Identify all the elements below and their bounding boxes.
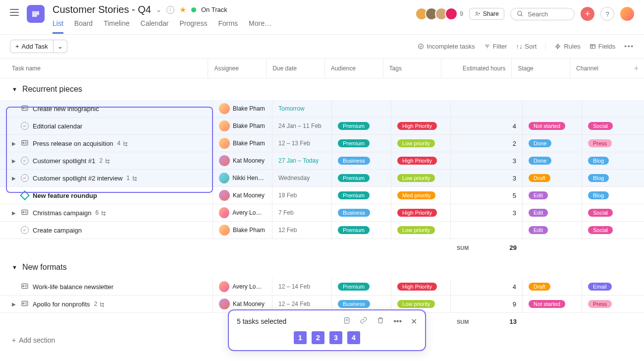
assignee-avatar[interactable] bbox=[219, 103, 230, 114]
column-task-name[interactable]: Task name bbox=[0, 59, 208, 78]
pill-email[interactable]: Email bbox=[588, 283, 612, 291]
column-stage[interactable]: Stage bbox=[512, 59, 570, 78]
pill-lp[interactable]: Low priority bbox=[397, 139, 435, 147]
more-icon[interactable]: ••• bbox=[624, 43, 634, 50]
pill-hp[interactable]: High Priority bbox=[397, 283, 437, 291]
add-task-button[interactable]: + Add Task bbox=[10, 40, 54, 53]
expand-icon[interactable]: ▶ bbox=[12, 210, 17, 216]
task-row[interactable]: ▶Customer spotlight #2 interview1 Nikki … bbox=[0, 170, 644, 187]
task-row[interactable]: ▶Press release on acquisition4 Blake Pha… bbox=[0, 135, 644, 152]
pill-lp[interactable]: Low priority bbox=[397, 300, 435, 308]
info-icon[interactable]: i bbox=[166, 6, 174, 14]
tab-list[interactable]: List bbox=[53, 19, 63, 34]
due-date[interactable]: 12 Feb bbox=[278, 227, 297, 234]
task-row[interactable]: New feature roundupKat Mooney19 FebPremi… bbox=[0, 187, 644, 204]
assignee-avatar[interactable] bbox=[219, 281, 229, 292]
pill-draft[interactable]: Draft bbox=[529, 283, 550, 291]
due-date[interactable]: 12 – 13 Feb bbox=[278, 140, 310, 147]
fields-button[interactable]: Fields bbox=[590, 43, 616, 50]
task-row[interactable]: Create campaignBlake Pham12 FebPremiumLo… bbox=[0, 222, 644, 239]
rules-button[interactable]: Rules bbox=[555, 43, 580, 50]
task-row[interactable]: ▶Christmas campaign6 Avery Lomax7 FebBus… bbox=[0, 204, 644, 222]
assignee-avatar[interactable] bbox=[219, 155, 230, 166]
pill-hp[interactable]: High Priority bbox=[397, 157, 437, 165]
hours-value[interactable]: 4 bbox=[513, 122, 516, 130]
hours-value[interactable]: 3 bbox=[513, 157, 516, 165]
pill-blog[interactable]: Blog bbox=[588, 157, 609, 165]
approval-icon[interactable] bbox=[21, 104, 29, 114]
pill-hp[interactable]: High Priority bbox=[397, 122, 437, 130]
assignee-avatar[interactable] bbox=[219, 120, 230, 131]
due-date[interactable]: 24 Jan – 11 Feb bbox=[278, 122, 322, 129]
pill-edit[interactable]: Edit bbox=[529, 209, 548, 217]
hours-value[interactable]: 3 bbox=[513, 175, 516, 182]
tab-more[interactable]: More… bbox=[249, 19, 271, 34]
pill-lp[interactable]: Low priority bbox=[397, 174, 435, 182]
check-icon[interactable] bbox=[21, 226, 29, 234]
due-date[interactable]: 27 Jan – Today bbox=[278, 157, 319, 164]
task-row[interactable]: Work-life balance newsletterAvery Lomax1… bbox=[0, 278, 644, 296]
hours-value[interactable]: 2 bbox=[513, 140, 516, 147]
column-audience[interactable]: Audience bbox=[325, 59, 383, 78]
pill-done[interactable]: Done bbox=[529, 139, 551, 147]
pill-premium[interactable]: Premium bbox=[338, 283, 370, 291]
due-date[interactable]: 12 – 24 Feb bbox=[278, 301, 310, 307]
menu-toggle[interactable] bbox=[10, 9, 19, 16]
selection-step[interactable]: 2 bbox=[312, 331, 324, 344]
user-avatar[interactable] bbox=[620, 7, 634, 21]
pill-premium[interactable]: Premium bbox=[338, 139, 370, 147]
star-icon[interactable]: ★ bbox=[179, 5, 186, 14]
task-row[interactable]: Create new infographicBlake PhamTomorrow bbox=[0, 100, 644, 118]
hours-value[interactable]: 9 bbox=[513, 301, 516, 308]
selection-step[interactable]: 4 bbox=[347, 331, 360, 344]
expand-icon[interactable]: ▶ bbox=[12, 158, 17, 164]
tab-calendar[interactable]: Calendar bbox=[141, 19, 169, 34]
add-task-dropdown[interactable]: ⌄ bbox=[54, 40, 67, 53]
approval-icon[interactable] bbox=[21, 139, 29, 148]
pill-press[interactable]: Press bbox=[588, 300, 612, 308]
pill-press[interactable]: Press bbox=[588, 139, 612, 147]
pill-social[interactable]: Social bbox=[588, 122, 613, 130]
pill-premium[interactable]: Premium bbox=[338, 122, 370, 130]
column-channel[interactable]: Channel bbox=[570, 59, 629, 78]
pill-business[interactable]: Business bbox=[338, 300, 370, 308]
pill-mp[interactable]: Med priority bbox=[397, 191, 435, 199]
member-avatars[interactable]: 9 bbox=[418, 7, 463, 20]
tab-progress[interactable]: Progress bbox=[179, 19, 207, 34]
expand-icon[interactable]: ▶ bbox=[12, 301, 17, 307]
pill-premium[interactable]: Premium bbox=[338, 191, 370, 199]
pill-edit[interactable]: Edit bbox=[529, 191, 548, 199]
hours-value[interactable]: 4 bbox=[513, 283, 516, 291]
column-assignee[interactable]: Assignee bbox=[208, 59, 267, 78]
section-header[interactable]: ▼New formats bbox=[0, 256, 644, 278]
task-row[interactable]: Editorial calendarBlake Pham24 Jan – 11 … bbox=[0, 118, 644, 135]
filter-button[interactable]: Filter bbox=[484, 43, 507, 50]
pill-ns[interactable]: Not started bbox=[529, 300, 565, 308]
milestone-icon[interactable] bbox=[20, 190, 30, 200]
global-add-button[interactable]: + bbox=[581, 7, 594, 21]
assignee-avatar[interactable] bbox=[219, 190, 230, 201]
tab-timeline[interactable]: Timeline bbox=[104, 19, 129, 34]
pill-business[interactable]: Business bbox=[338, 209, 370, 217]
due-date[interactable]: Tomorrow bbox=[278, 105, 305, 112]
check-icon[interactable] bbox=[21, 157, 29, 165]
check-icon[interactable] bbox=[21, 174, 29, 182]
approval-icon[interactable] bbox=[21, 282, 29, 292]
assignee-avatar[interactable] bbox=[219, 225, 230, 236]
sort-button[interactable]: ↑↓ Sort bbox=[516, 43, 537, 50]
assignee-avatar[interactable] bbox=[219, 299, 230, 309]
pill-hp[interactable]: High Priority bbox=[397, 209, 437, 217]
column-tags[interactable]: Tags bbox=[383, 59, 442, 78]
expand-icon[interactable]: ▶ bbox=[12, 141, 17, 146]
approval-icon[interactable] bbox=[21, 208, 29, 218]
edit-tasks-icon[interactable] bbox=[343, 316, 351, 326]
tab-forms[interactable]: Forms bbox=[218, 19, 238, 34]
hours-value[interactable]: 5 bbox=[513, 192, 516, 199]
selection-step[interactable]: 3 bbox=[329, 331, 342, 344]
due-date[interactable]: Wednesday bbox=[278, 175, 310, 181]
pill-lp[interactable]: Low priority bbox=[397, 226, 435, 234]
section-header[interactable]: ▼Recurrent pieces bbox=[0, 78, 644, 100]
due-date[interactable]: 12 – 14 Feb bbox=[278, 283, 310, 290]
help-button[interactable]: ? bbox=[600, 7, 614, 21]
share-button[interactable]: Share bbox=[469, 8, 504, 20]
